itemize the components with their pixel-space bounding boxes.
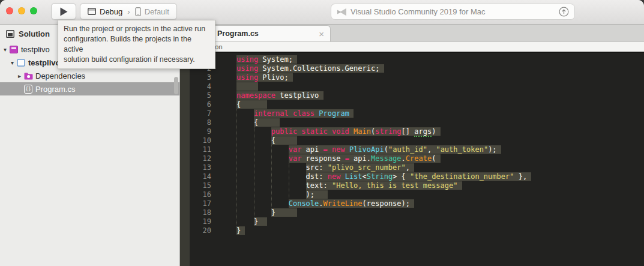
target-device-name: Default bbox=[145, 7, 169, 16]
dependencies-folder-icon bbox=[23, 72, 33, 80]
code-line: 6{ bbox=[180, 100, 644, 109]
tree-item-label: Dependencies bbox=[35, 71, 85, 80]
line-number: 12 bbox=[180, 154, 211, 163]
device-phone-icon bbox=[135, 7, 141, 16]
minimize-window-button[interactable] bbox=[18, 7, 25, 14]
chevron-right-icon: › bbox=[126, 7, 131, 16]
code-lines: 1using System; 2using System.Collections… bbox=[180, 53, 644, 235]
code-line: 4 bbox=[180, 82, 644, 91]
line-number: 10 bbox=[180, 136, 211, 145]
sidebar-scrollbar-thumb[interactable] bbox=[174, 77, 178, 94]
code-line: 17 Console.WriteLine(response); bbox=[180, 199, 644, 208]
code-line: 3using Plivo; bbox=[180, 73, 644, 82]
run-button-tooltip: Run the project or projects in the activ… bbox=[58, 20, 215, 69]
code-editor[interactable]: 1using System; 2using System.Collections… bbox=[180, 52, 644, 266]
tree-item-label: testplivo bbox=[28, 58, 60, 67]
line-number: 4 bbox=[180, 82, 211, 91]
play-icon bbox=[60, 7, 68, 16]
code-line: 15 text: "Hello, this is test message" bbox=[180, 181, 644, 190]
code-line: 5namespace testplivo bbox=[180, 91, 644, 100]
code-line: 19 } bbox=[180, 217, 644, 226]
code-line: 2using System.Collections.Generic; bbox=[180, 64, 644, 73]
code-line: 14 dst: new List<String> { "the_destinat… bbox=[180, 172, 644, 181]
line-number: 18 bbox=[180, 208, 211, 217]
disclosure-open-icon[interactable]: ▾ bbox=[1, 46, 9, 53]
line-number: 13 bbox=[180, 163, 211, 172]
line-number: 3 bbox=[180, 73, 211, 82]
line-number: 17 bbox=[180, 199, 211, 208]
traffic-lights bbox=[6, 7, 37, 14]
line-number: 16 bbox=[180, 190, 211, 199]
vs-for-mac-window: Debug › Default Visual Studio Community … bbox=[0, 0, 644, 266]
disclosure-closed-icon[interactable]: ▸ bbox=[16, 73, 23, 79]
code-line: 18 } bbox=[180, 208, 644, 217]
line-number: 9 bbox=[180, 127, 211, 136]
line-number: 7 bbox=[180, 109, 211, 118]
tree-item-dependencies[interactable]: ▸Dependencies bbox=[0, 69, 179, 82]
global-search-field[interactable]: Visual Studio Community 2019 for Mac bbox=[331, 4, 575, 20]
tab-title: Program.cs bbox=[217, 29, 319, 38]
editor-column: Program.cs × No selection 1using System;… bbox=[180, 25, 644, 266]
vs-logo-icon bbox=[337, 8, 347, 16]
tab-close-icon[interactable]: × bbox=[319, 29, 324, 38]
tab-program-cs[interactable]: Program.cs × bbox=[208, 25, 331, 41]
code-line: 16 ); bbox=[180, 190, 644, 199]
cs-file-icon: {} bbox=[23, 85, 33, 94]
code-line: 11 var api = new PlivoApi("auth_id", "au… bbox=[180, 145, 644, 154]
line-number: 11 bbox=[180, 145, 211, 154]
line-number: 5 bbox=[180, 91, 211, 100]
run-configuration-selector[interactable]: Debug › Default bbox=[80, 3, 177, 20]
document-tabbar: Program.cs × bbox=[180, 25, 644, 41]
line-number: 6 bbox=[180, 100, 211, 109]
publish-circle-up-icon[interactable] bbox=[559, 7, 569, 17]
code-line: 20} bbox=[180, 226, 644, 235]
line-number: 14 bbox=[180, 172, 211, 181]
run-button[interactable] bbox=[51, 3, 76, 20]
config-name: Debug bbox=[100, 7, 122, 16]
breadcrumb-bar[interactable]: No selection bbox=[180, 41, 644, 52]
solution-pad-icon bbox=[6, 30, 14, 38]
window-title-text: Visual Studio Community 2019 for Mac bbox=[351, 7, 555, 16]
line-number: 15 bbox=[180, 181, 211, 190]
close-window-button[interactable] bbox=[6, 7, 13, 14]
solution-icon bbox=[9, 46, 19, 53]
line-number: 20 bbox=[180, 226, 211, 235]
code-line: 7 internal class Program bbox=[180, 109, 644, 118]
code-line: 12 var response = api.Message.Create( bbox=[180, 154, 644, 163]
code-line: 1using System; bbox=[180, 55, 644, 64]
tree-item-program-cs[interactable]: {}Program.cs bbox=[0, 82, 179, 95]
tree-item-label: testplivo bbox=[21, 45, 50, 54]
code-line: 9 public static void Main(string[] args) bbox=[180, 127, 644, 136]
code-line: 13 src: "plivo_src_number", bbox=[180, 163, 644, 172]
solution-pad-title: Solution bbox=[19, 29, 50, 38]
tree-item-label: Program.cs bbox=[35, 85, 75, 94]
code-line: 8 { bbox=[180, 118, 644, 127]
disclosure-open-icon[interactable]: ▾ bbox=[8, 59, 16, 66]
code-line: 10 { bbox=[180, 136, 644, 145]
line-number: 19 bbox=[180, 217, 211, 226]
zoom-window-button[interactable] bbox=[30, 7, 37, 14]
project-icon bbox=[16, 59, 26, 67]
app-window-icon bbox=[88, 8, 96, 15]
line-number: 8 bbox=[180, 118, 211, 127]
